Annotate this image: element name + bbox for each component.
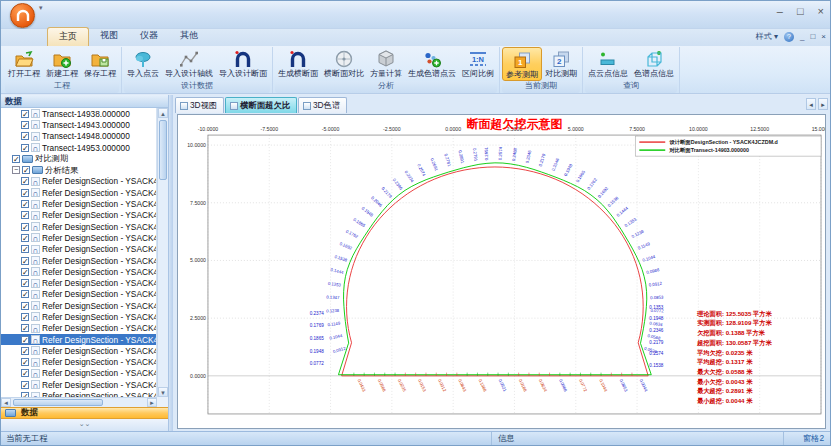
close-button[interactable]: × [818, 5, 824, 17]
checkbox-checked-icon[interactable]: ✓ [21, 279, 29, 287]
tree-item[interactable]: ✓∩Refer DesignSection - YSACK4JCZDI [1, 379, 156, 390]
ribbon-button-色谱点信息[interactable]: 色谱点信息 [631, 47, 677, 79]
tree-item[interactable]: ✓∩Transect-14943.000000 [1, 119, 156, 130]
tree-item[interactable]: ✓∩Refer DesignSection - YSACK4JCZDI [1, 255, 156, 266]
ribbon-button-对比测期[interactable]: 2对比测期 [542, 47, 580, 79]
scroll-thumb[interactable] [13, 399, 103, 406]
tab-scroll-right-icon[interactable]: ▸ [818, 98, 828, 110]
checkbox-checked-icon[interactable]: ✓ [21, 211, 29, 219]
ribbon-tab-2[interactable]: 视图 [89, 27, 129, 46]
tree-item[interactable]: ✓∩Transect-14948.000000 [1, 131, 156, 142]
checkbox-checked-icon[interactable]: ✓ [21, 336, 29, 344]
ribbon-tab-3[interactable]: 仪器 [129, 27, 169, 46]
ribbon-button-横断面对比[interactable]: 横断面对比 [321, 47, 367, 79]
ribbon-button-方量计算[interactable]: 方量计算 [367, 47, 405, 79]
scroll-thumb[interactable] [159, 120, 167, 180]
checkbox-checked-icon[interactable]: ✓ [21, 358, 29, 366]
tree-item[interactable]: ✓∩Refer DesignSection - YSACK4JCZDI [1, 368, 156, 379]
ribbon-button-导入点云[interactable]: 导入点云 [124, 47, 162, 79]
checkbox-checked-icon[interactable]: ✓ [21, 177, 29, 185]
tree-item[interactable]: ✓∩Transect-14938.000000 [1, 108, 156, 119]
checkbox-checked-icon[interactable]: ✓ [21, 257, 29, 265]
minimize-button[interactable]: – [777, 5, 783, 17]
maximize-button[interactable]: □ [797, 5, 804, 17]
checkbox-checked-icon[interactable]: ✓ [21, 144, 29, 152]
tree-item[interactable]: ✓∩Transect-14953.000000 [1, 142, 156, 153]
scroll-down-icon[interactable]: ▼ [158, 387, 168, 397]
ribbon-button-保存工程[interactable]: 保存工程 [81, 47, 119, 79]
app-logo-icon[interactable] [10, 3, 35, 28]
collapse-chevron-icon[interactable]: ⌄⌄ [79, 420, 91, 427]
ribbon-button-导入设计轴线[interactable]: 导入设计轴线 [162, 47, 216, 79]
ribbon-button-生成横断面[interactable]: 生成横断面 [275, 47, 321, 79]
checkbox-checked-icon[interactable]: ✓ [21, 381, 29, 389]
doc-tab-2[interactable]: 横断面超欠比 [225, 97, 297, 113]
ribbon-button-生成色谱点云[interactable]: 生成色谱点云 [405, 47, 459, 79]
svg-text:0.1865: 0.1865 [575, 169, 587, 183]
tree-item[interactable]: ✓∩Refer DesignSection - YSACK4JCZDI [1, 266, 156, 277]
tree-vertical-scrollbar[interactable]: ▲ ▼ [157, 108, 168, 397]
tree-item[interactable]: ✓∩Refer DesignSection - YSACK4JCZDI [1, 187, 156, 198]
cross-section-chart[interactable]: -10.0000-7.5000-5.0000-2.50000.00002.500… [177, 114, 826, 429]
checkbox-checked-icon[interactable]: ✓ [21, 245, 29, 253]
checkbox-checked-icon[interactable]: ✓ [21, 324, 29, 332]
tree-item[interactable]: ✓∩Refer DesignSection - YSACK4JCZDI [1, 198, 156, 209]
ribbon-minimize-icon[interactable]: _ [800, 32, 804, 41]
scroll-left-icon[interactable]: ◄ [1, 398, 11, 407]
ribbon-button-导入设计断面[interactable]: 导入设计断面 [216, 47, 270, 79]
collapse-box-icon[interactable]: − [12, 166, 20, 174]
checkbox-checked-icon[interactable]: ✓ [21, 369, 29, 377]
tab-scroll-left-icon[interactable]: ◂ [806, 98, 816, 110]
checkbox-checked-icon[interactable]: ✓ [21, 234, 29, 242]
tree-item[interactable]: ✓∩Refer DesignSection - YSACK4JCZDI [1, 311, 156, 322]
tree-item[interactable]: ✓∩Refer DesignSection - YSACK4JCZDI [1, 334, 156, 345]
ribbon-button-点云点信息[interactable]: 点云点信息 [585, 47, 631, 79]
checkbox-checked-icon[interactable]: ✓ [21, 347, 29, 355]
ribbon-button-打开工程[interactable]: 打开工程 [5, 47, 43, 79]
checkbox-checked-icon[interactable]: ✓ [12, 155, 20, 163]
tree-item[interactable]: ✓∩Refer DesignSection - YSACK4JCZDI [1, 232, 156, 243]
tree-item[interactable]: ✓∩Refer DesignSection - YSACK4JCZDI [1, 244, 156, 255]
ribbon-button-区间比例[interactable]: 1:N区间比例 [459, 47, 497, 79]
tree-item[interactable]: ✓对比测期 [1, 153, 156, 164]
tree-item[interactable]: ✓∩Refer DesignSection - YSACK4JCZDI [1, 345, 156, 356]
checkbox-checked-icon[interactable]: ✓ [21, 302, 29, 310]
panel-collapse-strip[interactable]: ⌄⌄ [1, 419, 168, 431]
doc-tab-3[interactable]: 3D色谱 [298, 97, 347, 113]
help-icon[interactable]: ? [784, 32, 794, 42]
tree-item[interactable]: ✓∩Refer DesignSection - YSACK4JCZDI [1, 357, 156, 368]
tree-item[interactable]: −✓分析结果 [1, 164, 156, 175]
ribbon-close-icon[interactable]: × [821, 32, 826, 41]
checkbox-checked-icon[interactable]: ✓ [21, 200, 29, 208]
tree-item[interactable]: ✓∩Refer DesignSection - YSACK4JCZDI [1, 390, 156, 397]
checkbox-checked-icon[interactable]: ✓ [21, 121, 29, 129]
tree-item[interactable]: ✓∩Refer DesignSection - YSACK4JCZDI [1, 300, 156, 311]
tree-item[interactable]: ✓∩Refer DesignSection - YSACK4JCZDI [1, 210, 156, 221]
tree-item[interactable]: ✓∩Refer DesignSection - YSACK4JCZDI [1, 176, 156, 187]
tree-item[interactable]: ✓∩Refer DesignSection - YSACK4JCZDI [1, 277, 156, 288]
ribbon-tab-4[interactable]: 其他 [169, 27, 209, 46]
doc-tab-1[interactable]: 3D视图 [175, 97, 224, 113]
ribbon-restore-icon[interactable]: □ [810, 32, 815, 41]
checkbox-checked-icon[interactable]: ✓ [22, 166, 30, 174]
ribbon-tab-1[interactable]: 主页 [47, 27, 89, 46]
checkbox-checked-icon[interactable]: ✓ [21, 313, 29, 321]
checkbox-checked-icon[interactable]: ✓ [21, 290, 29, 298]
ribbon-button-新建工程[interactable]: 新建工程 [43, 47, 81, 79]
scroll-right-icon[interactable]: ► [147, 398, 157, 407]
sidebar-panel-data-button[interactable]: 数据 [1, 407, 168, 419]
checkbox-checked-icon[interactable]: ✓ [21, 110, 29, 118]
tree-item[interactable]: ✓∩Refer DesignSection - YSACK4JCZDI [1, 323, 156, 334]
tree-item[interactable]: ✓∩Refer DesignSection - YSACK4JCZDI [1, 221, 156, 232]
tree-item[interactable]: ✓∩Refer DesignSection - YSACK4JCZDI [1, 289, 156, 300]
style-dropdown[interactable]: 样式 ▾ [756, 31, 778, 42]
ribbon-button-参考测期[interactable]: 1参考测期 [502, 47, 542, 81]
tree-horizontal-scrollbar[interactable]: ◄ ► [1, 397, 157, 407]
status-pane[interactable]: 窗格2 [803, 433, 824, 444]
scroll-up-icon[interactable]: ▲ [158, 108, 168, 118]
quick-access-dropdown-icon[interactable]: ▾ [39, 4, 43, 12]
checkbox-checked-icon[interactable]: ✓ [21, 223, 29, 231]
checkbox-checked-icon[interactable]: ✓ [21, 132, 29, 140]
checkbox-checked-icon[interactable]: ✓ [21, 268, 29, 276]
checkbox-checked-icon[interactable]: ✓ [21, 189, 29, 197]
